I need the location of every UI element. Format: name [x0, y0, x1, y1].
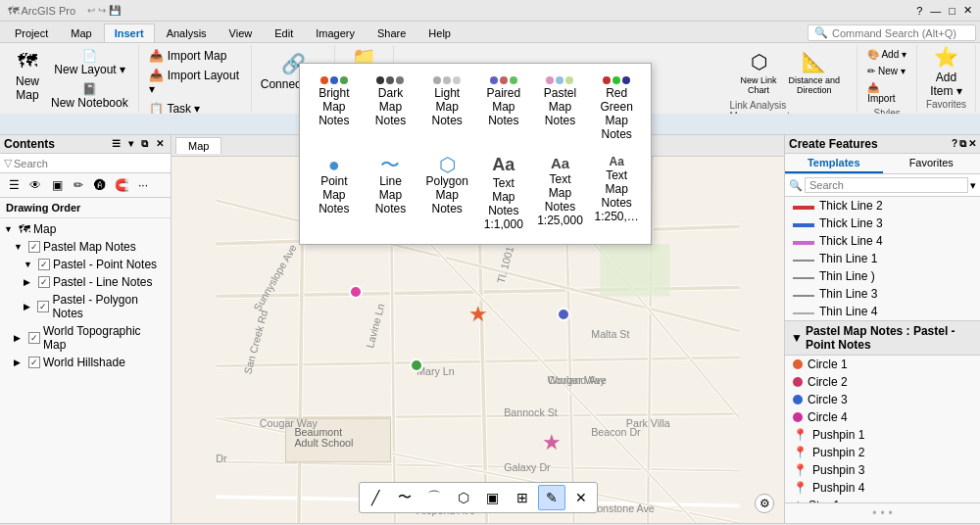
polygon-map-notes-btn[interactable]: ⬡ PolygonMap Notes: [420, 150, 473, 236]
pastel-map-notes-btn[interactable]: Pastel MapNotes: [534, 72, 587, 146]
right-search-dropdown-btn[interactable]: ▾: [970, 179, 976, 192]
tab-edit[interactable]: Edit: [264, 24, 304, 42]
panel-close-btn[interactable]: ✕: [153, 137, 167, 151]
feature-pushpin-1[interactable]: 📍 Pushpin 1: [785, 426, 980, 444]
feature-circle-1[interactable]: Circle 1: [785, 356, 980, 373]
layer-visible-btn[interactable]: 👁: [25, 175, 45, 195]
tab-help[interactable]: Help: [417, 24, 462, 42]
hillshade-checkbox[interactable]: [28, 357, 40, 368]
draw-line-btn[interactable]: ╱: [362, 485, 389, 510]
topo-expand-btn[interactable]: ▶: [14, 333, 25, 343]
layer-snapping-btn[interactable]: 🧲: [112, 175, 131, 195]
new-map-btn[interactable]: 🗺 NewMap: [10, 47, 45, 105]
marker-blue-circle[interactable]: [557, 308, 570, 321]
tab-insert[interactable]: Insert: [104, 24, 155, 42]
add-style-btn[interactable]: 🎨 Add ▾: [863, 47, 910, 62]
feature-thin-line-4[interactable]: Thin Line 4: [785, 303, 980, 320]
right-panel-help-btn[interactable]: ?: [952, 138, 957, 150]
distance-direction-btn[interactable]: 📐 Distance andDirection: [784, 47, 846, 98]
tab-templates[interactable]: Templates: [785, 154, 883, 173]
feature-pushpin-4[interactable]: 📍 Pushpin 4: [785, 479, 980, 497]
new-style-btn[interactable]: ✏ New ▾: [863, 64, 909, 78]
marker-pink-circle[interactable]: [349, 285, 363, 299]
feature-circle-4[interactable]: Circle 4: [785, 408, 980, 426]
text-map-250000-btn[interactable]: Aa Text MapNotes 1:250,…: [590, 150, 643, 236]
red-green-map-notes-btn[interactable]: Red GreenMap Notes: [590, 72, 643, 146]
point-checkbox[interactable]: [38, 259, 50, 270]
bright-map-notes-btn[interactable]: BrightMap Notes: [308, 72, 361, 146]
panel-options-btn[interactable]: ▾: [125, 137, 136, 151]
point-expand-btn[interactable]: ▼: [24, 260, 35, 269]
layer-select-btn[interactable]: ▣: [47, 175, 67, 195]
feature-thick-line-4[interactable]: Thick Line 4: [785, 232, 980, 250]
import-layout-btn[interactable]: 📥 Import Layout ▾: [145, 67, 245, 98]
topo-checkbox[interactable]: [28, 332, 40, 344]
line-checkbox[interactable]: [38, 276, 50, 288]
tab-analysis[interactable]: Analysis: [156, 24, 218, 42]
marker-green-circle[interactable]: [410, 358, 423, 372]
tab-favorites[interactable]: Favorites: [883, 154, 981, 173]
right-panel-float-btn[interactable]: ⧉: [959, 138, 966, 150]
layer-item-map[interactable]: ▼ 🗺 Map: [0, 220, 171, 238]
new-layout-btn[interactable]: 📄 New Layout ▾: [47, 47, 132, 78]
close-btn[interactable]: ✕: [963, 4, 972, 17]
section-point-notes[interactable]: ▼ Pastel Map Notes : Pastel - Point Note…: [785, 320, 980, 356]
text-map-25000-btn[interactable]: Aa Text MapNotes 1:25,000: [534, 150, 587, 236]
feature-thin-line-2[interactable]: Thin Line ): [785, 267, 980, 285]
panel-float-btn[interactable]: ⧉: [138, 137, 151, 151]
tab-project[interactable]: Project: [4, 24, 59, 42]
layer-label-btn[interactable]: 🅐: [90, 175, 110, 195]
feature-circle-3[interactable]: Circle 3: [785, 391, 980, 408]
help-icon[interactable]: ?: [916, 5, 922, 17]
paired-map-notes-btn[interactable]: PairedMap Notes: [477, 72, 530, 146]
task-btn[interactable]: 📋 Task ▾: [145, 100, 204, 114]
left-search-input[interactable]: [14, 158, 167, 169]
import-style-btn[interactable]: 📥 Import: [863, 80, 910, 106]
dark-map-notes-btn[interactable]: Dark MapNotes: [365, 72, 417, 146]
pastel-expand-btn[interactable]: ▼: [14, 242, 25, 252]
feature-thick-line-2[interactable]: Thick Line 2: [785, 197, 980, 215]
command-search-input[interactable]: [832, 27, 969, 39]
polygon-checkbox[interactable]: [37, 301, 49, 312]
layer-edit-btn[interactable]: ✏: [69, 175, 88, 195]
feature-pushpin-3[interactable]: 📍 Pushpin 3: [785, 461, 980, 479]
clear-tool-btn[interactable]: ✕: [567, 485, 595, 510]
marker-orange-star[interactable]: ★: [468, 302, 488, 327]
tab-view[interactable]: View: [219, 24, 264, 42]
import-map-btn[interactable]: 📥 Import Map: [145, 47, 230, 65]
line-expand-btn[interactable]: ▶: [24, 277, 35, 287]
minimize-btn[interactable]: —: [930, 5, 941, 17]
new-notebook-btn[interactable]: 📓 New Notebook ▾: [47, 80, 132, 114]
pastel-checkbox[interactable]: [28, 241, 40, 253]
select-tool-btn[interactable]: ▣: [479, 485, 507, 510]
feature-thick-line-3[interactable]: Thick Line 3: [785, 215, 980, 232]
polygon-expand-btn[interactable]: ▶: [24, 302, 34, 311]
right-search-input[interactable]: [805, 177, 968, 193]
draw-arc-btn[interactable]: ⌒: [420, 485, 448, 510]
zoom-box-btn[interactable]: ⊞: [509, 485, 536, 510]
add-item-btn[interactable]: ⭐ AddItem ▾: [925, 47, 967, 96]
tab-imagery[interactable]: Imagery: [305, 24, 366, 42]
layer-item-point-notes[interactable]: ▼ Pastel - Point Notes: [0, 256, 171, 273]
layer-item-pastel-notes[interactable]: ▼ Pastel Map Notes: [0, 238, 171, 256]
layer-item-line-notes[interactable]: ▶ Pastel - Line Notes: [0, 273, 171, 291]
layer-list-btn[interactable]: ☰: [4, 175, 24, 195]
hillshade-expand-btn[interactable]: ▶: [14, 358, 25, 367]
right-panel-close-btn[interactable]: ✕: [968, 138, 976, 150]
feature-thin-line-3[interactable]: Thin Line 3: [785, 285, 980, 303]
edit-tool-btn[interactable]: ✎: [538, 485, 565, 510]
map-settings-btn[interactable]: ⚙: [755, 494, 774, 513]
panel-list-view-btn[interactable]: ☰: [109, 137, 123, 151]
maximize-btn[interactable]: □: [949, 5, 956, 17]
light-map-notes-btn[interactable]: Light MapNotes: [420, 72, 473, 146]
draw-curve-btn[interactable]: 〜: [391, 485, 418, 510]
draw-poly-btn[interactable]: ⬡: [450, 485, 477, 510]
layer-more-btn[interactable]: ···: [133, 175, 153, 195]
feature-circle-2[interactable]: Circle 2: [785, 373, 980, 391]
layer-item-polygon-notes[interactable]: ▶ Pastel - Polygon Notes: [0, 291, 171, 322]
point-map-notes-btn[interactable]: ● Point MapNotes: [308, 150, 361, 236]
new-link-chart-btn[interactable]: ⬡ New LinkChart: [736, 47, 782, 98]
feature-pushpin-2[interactable]: 📍 Pushpin 2: [785, 444, 980, 461]
layer-item-world-topo[interactable]: ▶ World Topographic Map: [0, 322, 171, 354]
tab-map[interactable]: Map: [60, 24, 102, 42]
